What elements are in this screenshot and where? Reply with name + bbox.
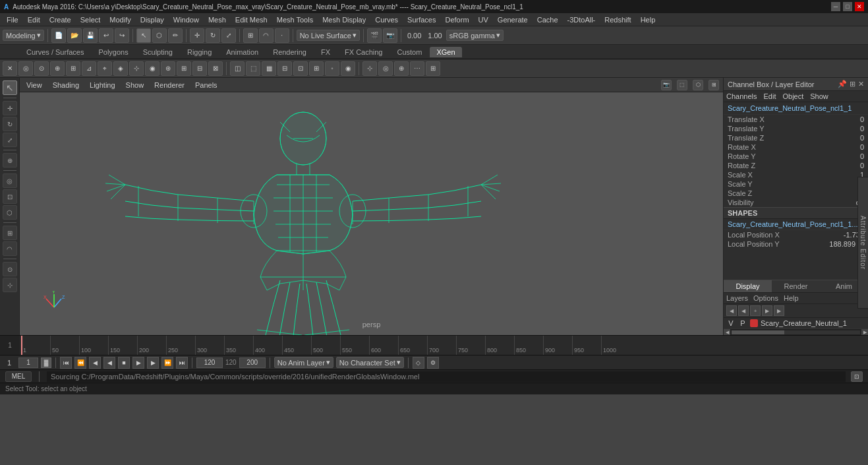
snap-grid[interactable]: ⊞ <box>3 226 17 240</box>
menu-file[interactable]: File <box>3 15 22 24</box>
vp-tb-cam[interactable]: 📷 <box>661 80 672 90</box>
tb2-icon-23[interactable]: ⊹ <box>362 61 377 76</box>
menu-display[interactable]: Display <box>136 15 168 24</box>
vp-menu-renderer[interactable]: Renderer <box>152 81 187 89</box>
new-scene-button[interactable]: 📄 <box>51 28 66 43</box>
render-button[interactable]: 🎬 <box>367 28 382 43</box>
open-scene-button[interactable]: 📂 <box>67 28 82 43</box>
redo-button[interactable]: ↪ <box>115 28 129 43</box>
tb2-icon-10[interactable]: ◉ <box>145 61 159 76</box>
range-end-input[interactable] <box>196 357 223 368</box>
soft-sel-tool[interactable]: ◎ <box>3 173 17 188</box>
workspace-dropdown[interactable]: Modeling ▾ <box>3 30 44 41</box>
minimize-button[interactable]: ─ <box>831 2 840 11</box>
layers-options-menu[interactable]: Options <box>753 294 778 302</box>
live-surface-dropdown[interactable]: No Live Surface ▾ <box>297 30 360 41</box>
snap-point-button[interactable]: · <box>275 28 289 43</box>
menu-generate[interactable]: Generate <box>494 15 532 24</box>
layer-playback-p[interactable]: P <box>738 319 747 327</box>
tab-render[interactable]: Render <box>772 280 820 292</box>
color-space-dropdown[interactable]: sRGB gamma ▾ <box>446 30 504 41</box>
channel-translate-x[interactable]: Translate X 0 <box>724 115 868 124</box>
snap-grid-button[interactable]: ⊞ <box>243 28 258 43</box>
channel-visibility[interactable]: Visibility on <box>724 198 868 207</box>
tb2-icon-25[interactable]: ⊕ <box>394 61 409 76</box>
tab-display[interactable]: Display <box>724 280 772 292</box>
select-tool[interactable]: ↖ <box>3 80 17 95</box>
stop-button[interactable]: ■ <box>118 357 130 369</box>
layers-help-menu[interactable]: Help <box>784 294 799 302</box>
close-panel-icon[interactable]: ✕ <box>858 80 864 88</box>
tb2-icon-15[interactable]: ◫ <box>230 61 245 76</box>
keyframe-button[interactable]: ◇ <box>413 357 424 369</box>
anim-layer-dropdown[interactable]: No Anim Layer ▾ <box>274 357 333 368</box>
snap-curve-button[interactable]: ◠ <box>259 28 274 43</box>
menu-select[interactable]: Select <box>76 15 105 24</box>
tab-rigging[interactable]: Rigging <box>181 47 218 57</box>
vp-menu-panels[interactable]: Panels <box>192 81 220 89</box>
tb2-icon-9[interactable]: ⊹ <box>129 61 144 76</box>
forward-to-end-button[interactable]: ⏭ <box>176 357 188 369</box>
menu-cache[interactable]: Cache <box>533 15 562 24</box>
tb2-icon-16[interactable]: ⬚ <box>246 61 260 76</box>
tb2-icon-11[interactable]: ⊛ <box>161 61 175 76</box>
select-tool-button[interactable]: ↖ <box>136 28 151 43</box>
character-set-dropdown[interactable]: No Character Set ▾ <box>336 357 404 368</box>
scroll-right-arrow[interactable]: ▶ <box>861 329 868 336</box>
menu-mesh[interactable]: Mesh <box>204 15 230 24</box>
vp-tb-smooth[interactable]: ⬡ <box>693 80 703 90</box>
scale-tool[interactable]: ⤢ <box>3 133 17 147</box>
move-tool-button[interactable]: ✛ <box>190 28 204 43</box>
tb2-icon-26[interactable]: ⋯ <box>410 61 424 76</box>
menu-window[interactable]: Window <box>169 15 203 24</box>
tab-xgen[interactable]: XGen <box>430 47 461 57</box>
tb2-icon-4[interactable]: ⊕ <box>50 61 65 76</box>
layer-name[interactable]: Scary_Creature_Neutral_1 <box>761 319 847 327</box>
menu-deform[interactable]: Deform <box>441 15 473 24</box>
paint-sel-button[interactable]: ✏ <box>168 28 183 43</box>
tb2-icon-12[interactable]: ⊞ <box>177 61 191 76</box>
scroll-left-arrow[interactable]: ◀ <box>724 329 730 336</box>
shape-local-pos-y[interactable]: Local Position Y 188.899 ▼ <box>724 239 868 249</box>
viewport-content[interactable]: Z X Y persp <box>20 92 723 335</box>
tab-curves-surfaces[interactable]: Curves / Surfaces <box>20 47 90 57</box>
scroll-thumb[interactable] <box>732 330 784 334</box>
tb2-icon-3[interactable]: ⊙ <box>34 61 49 76</box>
snap-curve[interactable]: ◠ <box>3 241 17 256</box>
tb2-icon-6[interactable]: ⊿ <box>82 61 96 76</box>
channel-rotate-z[interactable]: Rotate Z 0 <box>724 161 868 170</box>
menu-modify[interactable]: Modify <box>105 15 134 24</box>
step-back-button[interactable]: ◀ <box>89 357 101 369</box>
tab-animation[interactable]: Animation <box>219 47 265 57</box>
channel-translate-z[interactable]: Translate Z 0 <box>724 133 868 142</box>
menu-mesh-tools[interactable]: Mesh Tools <box>273 15 317 24</box>
rotate-tool[interactable]: ↻ <box>3 117 17 131</box>
menu-edit-mesh[interactable]: Edit Mesh <box>231 15 272 24</box>
menu-uv[interactable]: UV <box>475 15 492 24</box>
play-forward-button[interactable]: ▶ <box>132 357 144 369</box>
tb2-icon-2[interactable]: ◎ <box>18 61 33 76</box>
tb2-icon-1[interactable]: ✕ <box>3 61 17 76</box>
anim-end-input[interactable] <box>239 357 266 368</box>
camera-tool[interactable]: ⊙ <box>3 262 17 276</box>
tb2-icon-18[interactable]: ⊟ <box>277 61 292 76</box>
tb2-icon-5[interactable]: ⊞ <box>66 61 80 76</box>
layer-visibility-v[interactable]: V <box>726 319 736 327</box>
ipr-button[interactable]: 📷 <box>383 28 397 43</box>
tb2-icon-27[interactable]: ⊞ <box>426 61 440 76</box>
move-tool[interactable]: ✛ <box>3 101 17 115</box>
layers-scroll-right[interactable]: ▶ <box>762 305 772 316</box>
layer-entry-1[interactable]: V P Scary_Creature_Neutral_1 <box>724 318 868 328</box>
tab-sculpting[interactable]: Sculpting <box>136 47 179 57</box>
layers-scrollbar[interactable]: ◀ ▶ <box>724 328 868 335</box>
tab-rendering[interactable]: Rendering <box>266 47 313 57</box>
vp-menu-view[interactable]: View <box>24 81 45 89</box>
layers-scroll-right2[interactable]: ▶ <box>774 305 784 316</box>
tb2-icon-13[interactable]: ⊟ <box>192 61 207 76</box>
pin-icon[interactable]: 📌 <box>838 80 847 88</box>
vp-menu-shading[interactable]: Shading <box>50 81 82 89</box>
show-menu[interactable]: Show <box>810 92 828 100</box>
vp-menu-show[interactable]: Show <box>123 81 147 89</box>
lasso-tool[interactable]: ⬡ <box>3 205 17 220</box>
channel-rotate-y[interactable]: Rotate Y 0 <box>724 152 868 161</box>
